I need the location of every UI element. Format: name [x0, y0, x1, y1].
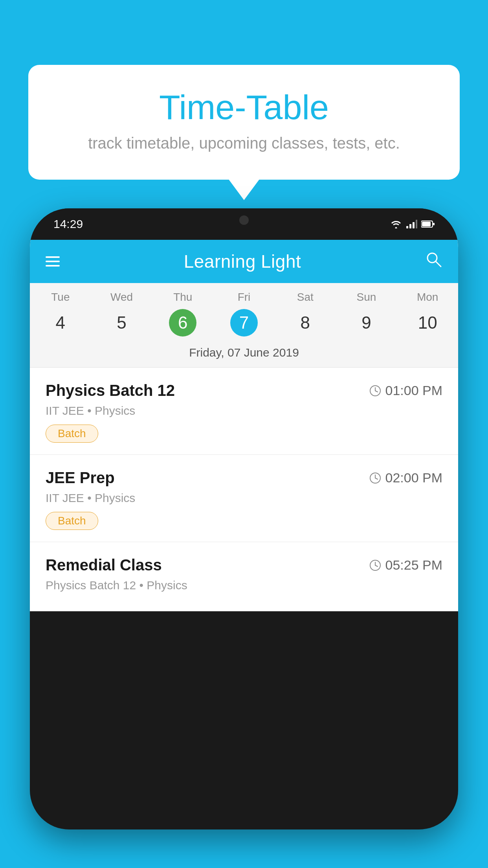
schedule-item[interactable]: Remedial Class05:25 PMPhysics Batch 12 •… [30, 542, 458, 611]
day-name: Sat [275, 291, 336, 303]
svg-rect-0 [406, 226, 408, 228]
schedule-item[interactable]: Physics Batch 1201:00 PMIIT JEE • Physic… [30, 368, 458, 455]
svg-line-11 [375, 391, 378, 392]
day-name: Tue [30, 291, 91, 303]
schedule-time: 01:00 PM [369, 383, 442, 398]
week-day-col[interactable]: Fri7 [213, 291, 275, 337]
week-day-col[interactable]: Sun9 [336, 291, 397, 337]
schedule-title: Remedial Class [46, 556, 162, 574]
schedule-item[interactable]: JEE Prep02:00 PMIIT JEE • PhysicsBatch [30, 455, 458, 542]
svg-rect-1 [409, 224, 411, 228]
speech-bubble: Time-Table track timetable, upcoming cla… [28, 65, 460, 180]
svg-line-17 [375, 565, 378, 566]
phone-screen: Learning Light Tue4Wed5Thu6Fri7Sat8Sun9M… [30, 240, 458, 611]
day-number[interactable]: 10 [414, 309, 441, 337]
svg-line-14 [375, 478, 378, 479]
schedule-item-top-row: Remedial Class05:25 PM [46, 556, 442, 574]
schedule-item-top-row: Physics Batch 1201:00 PM [46, 382, 442, 399]
week-days-row: Tue4Wed5Thu6Fri7Sat8Sun9Mon10 [30, 283, 458, 340]
week-day-col[interactable]: Sat8 [275, 291, 336, 337]
search-button[interactable] [425, 251, 442, 272]
week-day-col[interactable]: Thu6 [152, 291, 213, 337]
svg-rect-3 [416, 220, 417, 228]
svg-rect-6 [422, 222, 431, 226]
camera-dot [239, 215, 249, 225]
svg-rect-5 [433, 223, 435, 225]
bubble-title: Time-Table [48, 88, 440, 127]
schedule-time: 05:25 PM [369, 557, 442, 573]
day-name: Mon [397, 291, 458, 303]
schedule-subtitle: IIT JEE • Physics [46, 491, 442, 505]
schedule-list: Physics Batch 1201:00 PMIIT JEE • Physic… [30, 368, 458, 611]
phone-container: 14:29 [30, 208, 458, 868]
battery-icon [421, 220, 435, 228]
schedule-subtitle: IIT JEE • Physics [46, 404, 442, 417]
day-name: Wed [91, 291, 152, 303]
schedule-item-top-row: JEE Prep02:00 PM [46, 469, 442, 487]
day-number[interactable]: 4 [47, 309, 74, 337]
calendar-week-view: Tue4Wed5Thu6Fri7Sat8Sun9Mon10 Friday, 07… [30, 283, 458, 368]
clock-icon [369, 472, 381, 484]
speech-bubble-container: Time-Table track timetable, upcoming cla… [28, 65, 460, 180]
day-number[interactable]: 7 [230, 309, 258, 337]
clock-icon [369, 559, 381, 571]
hamburger-line-2 [46, 261, 60, 262]
hamburger-line-3 [46, 265, 60, 267]
batch-tag: Batch [46, 425, 98, 443]
schedule-title: JEE Prep [46, 469, 115, 487]
signal-icon [406, 220, 417, 228]
schedule-title: Physics Batch 12 [46, 382, 175, 399]
week-day-col[interactable]: Mon10 [397, 291, 458, 337]
clock-icon [369, 385, 381, 397]
wifi-icon [390, 220, 402, 228]
app-header: Learning Light [30, 240, 458, 283]
app-title: Learning Light [184, 251, 301, 272]
day-number[interactable]: 6 [169, 309, 196, 337]
day-name: Sun [336, 291, 397, 303]
day-number[interactable]: 5 [108, 309, 136, 337]
day-number[interactable]: 8 [292, 309, 319, 337]
bubble-subtitle: track timetable, upcoming classes, tests… [48, 134, 440, 152]
day-number[interactable]: 9 [352, 309, 380, 337]
status-time: 14:29 [53, 217, 83, 231]
notch [220, 208, 268, 232]
schedule-time: 02:00 PM [369, 470, 442, 485]
week-day-col[interactable]: Tue4 [30, 291, 91, 337]
day-name: Thu [152, 291, 213, 303]
day-name: Fri [213, 291, 275, 303]
status-icons [390, 220, 435, 228]
week-day-col[interactable]: Wed5 [91, 291, 152, 337]
status-bar: 14:29 [30, 208, 458, 240]
svg-line-8 [436, 261, 441, 267]
phone-bottom-bar [30, 611, 458, 631]
schedule-subtitle: Physics Batch 12 • Physics [46, 579, 442, 592]
batch-tag: Batch [46, 512, 98, 530]
selected-date-label: Friday, 07 June 2019 [30, 340, 458, 367]
svg-rect-2 [413, 222, 415, 228]
hamburger-line-1 [46, 256, 60, 258]
phone-frame: 14:29 [30, 208, 458, 829]
hamburger-menu-button[interactable] [46, 256, 60, 267]
